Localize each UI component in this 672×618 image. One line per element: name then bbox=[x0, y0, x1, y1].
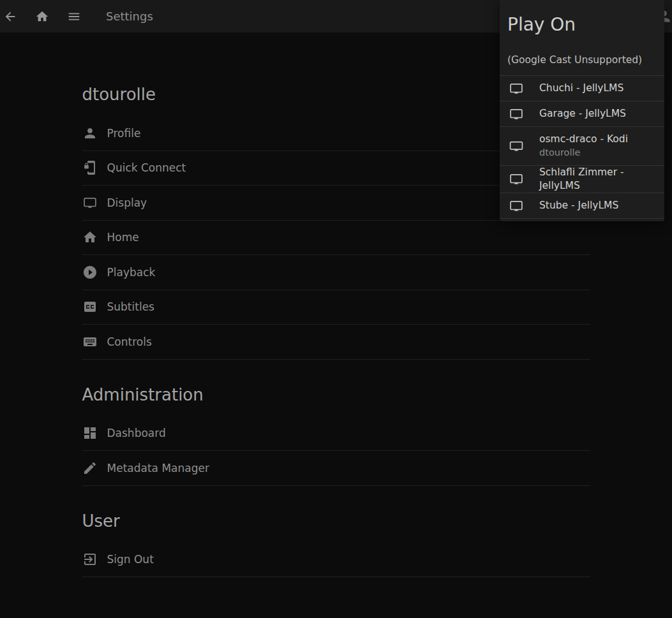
settings-item-label: Sign Out bbox=[107, 553, 154, 566]
settings-item-label: Playback bbox=[107, 266, 156, 279]
settings-item-subtitles[interactable]: Subtitles bbox=[82, 290, 590, 325]
person-icon bbox=[82, 126, 98, 141]
menu-icon bbox=[67, 10, 81, 24]
settings-item-dashboard[interactable]: Dashboard bbox=[82, 416, 590, 452]
google-cast-status: (Google Cast Unsupported) bbox=[507, 54, 657, 66]
cast-device-schlafli-zimmer-jellylms[interactable]: Schlafli Zimmer - JellyLMS bbox=[500, 166, 664, 193]
page-title: Settings bbox=[106, 10, 153, 23]
keyboard-icon bbox=[82, 334, 98, 349]
device-name: Schlafli Zimmer - JellyLMS bbox=[539, 166, 655, 193]
device-user: dtourolle bbox=[539, 146, 628, 159]
settings-item-playback[interactable]: Playback bbox=[82, 255, 590, 290]
play-circle-icon bbox=[82, 265, 98, 280]
device-name: Chuchi - JellyLMS bbox=[539, 82, 623, 95]
settings-item-sign-out[interactable]: Sign Out bbox=[82, 543, 590, 578]
phone-lock-icon bbox=[82, 160, 98, 175]
section-heading-administration: Administration bbox=[82, 383, 590, 406]
section-heading-user: User bbox=[82, 510, 590, 533]
play-on-menu: Play On (Google Cast Unsupported) Chuchi… bbox=[500, 0, 664, 221]
device-name: osmc-draco - Kodi bbox=[539, 133, 628, 146]
exit-to-app-icon bbox=[82, 552, 98, 567]
cast-device-garage-jellylms[interactable]: Garage - JellyLMS bbox=[500, 101, 664, 127]
back-button[interactable] bbox=[0, 0, 20, 33]
settings-item-label: Home bbox=[107, 231, 139, 244]
settings-item-label: Dashboard bbox=[107, 427, 166, 439]
settings-item-label: Subtitles bbox=[107, 300, 154, 313]
monitor-icon bbox=[509, 107, 524, 122]
play-on-title: Play On bbox=[507, 13, 657, 37]
home-button[interactable] bbox=[32, 0, 52, 33]
settings-item-label: Metadata Manager bbox=[107, 462, 209, 475]
cast-device-osmc-draco-kodi[interactable]: osmc-draco - Kodi dtourolle bbox=[500, 127, 664, 166]
settings-section: Administration Dashboard Metadata Manage… bbox=[82, 383, 590, 486]
home-icon bbox=[35, 10, 49, 24]
settings-item-label: Display bbox=[107, 196, 147, 209]
cast-device-list: Chuchi - JellyLMS Garage - JellyLMS osmc… bbox=[500, 75, 664, 219]
monitor-icon bbox=[509, 81, 524, 96]
cast-device-stube-jellylms[interactable]: Stube - JellyLMS bbox=[500, 193, 664, 219]
settings-item-home[interactable]: Home bbox=[82, 221, 590, 256]
settings-item-label: Quick Connect bbox=[107, 161, 186, 174]
drawer-menu-button[interactable] bbox=[64, 0, 84, 33]
settings-item-controls[interactable]: Controls bbox=[82, 325, 590, 360]
monitor-icon bbox=[82, 195, 98, 210]
arrow-back-icon bbox=[3, 10, 17, 24]
pencil-icon bbox=[82, 460, 98, 476]
tv-icon bbox=[509, 138, 524, 154]
cast-device-chuchi-jellylms[interactable]: Chuchi - JellyLMS bbox=[500, 76, 664, 101]
settings-item-metadata-manager[interactable]: Metadata Manager bbox=[82, 451, 590, 486]
device-name: Stube - JellyLMS bbox=[539, 199, 618, 212]
closed-caption-icon bbox=[82, 299, 98, 314]
home-icon bbox=[82, 230, 98, 245]
settings-item-label: Controls bbox=[107, 335, 152, 348]
settings-section: User Sign Out bbox=[82, 510, 590, 578]
device-name: Garage - JellyLMS bbox=[539, 107, 626, 121]
monitor-icon bbox=[509, 172, 524, 187]
monitor-icon bbox=[509, 198, 524, 214]
settings-item-label: Profile bbox=[107, 127, 141, 140]
dashboard-icon bbox=[82, 425, 98, 441]
